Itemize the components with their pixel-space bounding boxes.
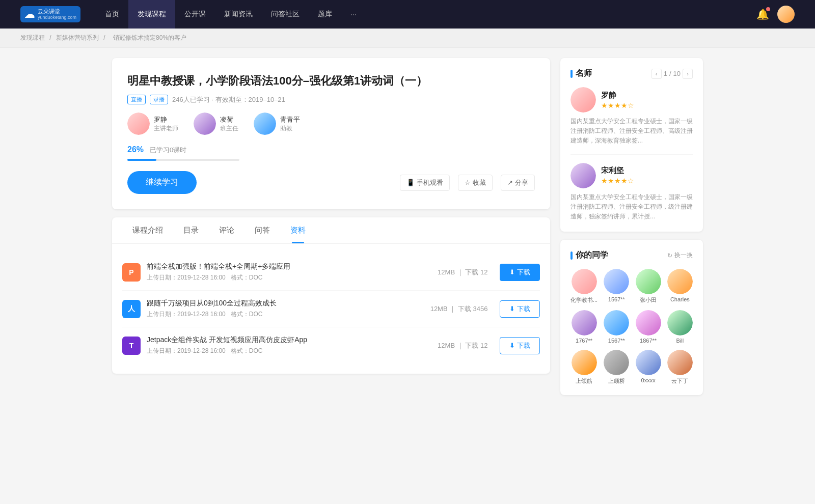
course-meta: 246人已学习 · 有效期至：2019–10–21 (172, 95, 285, 104)
nav-item-news[interactable]: 新闻资讯 (215, 0, 262, 29)
classmate-item-7[interactable]: Bill (667, 310, 693, 344)
classmate-item-0[interactable]: 化学教书... (570, 269, 597, 304)
teacher-avatar-0 (127, 113, 150, 135)
nav-item-qa[interactable]: 问答社区 (262, 0, 309, 29)
classmate-avatar-img-4 (572, 310, 597, 335)
refresh-button[interactable]: ↻ 换一换 (667, 251, 693, 260)
breadcrumb-series[interactable]: 新媒体营销系列 (56, 34, 99, 41)
continue-button[interactable]: 继续学习 (127, 171, 197, 194)
content-left: 明星中教授课，小学阶段语法100分–强化级第1讲动词（一） 直播 录播 246人… (112, 58, 550, 403)
nav-item-open[interactable]: 公开课 (175, 0, 215, 29)
teacher-avatar-img-1 (194, 113, 216, 135)
tp-avatar-1 (570, 163, 596, 188)
resource-item-2: T Jetpack全组件实战 开发短视频应用高仿皮皮虾App 上传日期：2019… (122, 327, 540, 363)
download-button-1[interactable]: ⬇ 下载 (500, 300, 540, 318)
collect-label: 收藏 (473, 178, 486, 187)
badge-live: 直播 (127, 95, 146, 104)
collect-button[interactable]: ☆ 收藏 (458, 175, 493, 191)
classmate-avatar-2 (636, 269, 661, 294)
avatar-image (777, 6, 795, 23)
resource-list: P 前端全栈加强版！前端全栈+全周期+多端应用 上传日期：2019-12-28 … (122, 254, 540, 363)
tp-name-0: 罗静 (601, 91, 634, 100)
teacher-pagination: ‹ 1 / 10 › (651, 69, 693, 79)
user-avatar[interactable] (777, 6, 795, 23)
classmate-item-8[interactable]: 上颌筋 (570, 350, 597, 385)
breadcrumb-discover[interactable]: 发现课程 (20, 34, 45, 41)
resource-item-1: 人 跟随千万级项目从0到100全过程高效成长 上传日期：2019-12-28 1… (122, 291, 540, 327)
tab-intro[interactable]: 课程介绍 (122, 217, 173, 243)
teacher-profiles: 罗静 ★★★★☆ 国内某重点大学安全工程专业硕士，国家一级注册消防工程师、注册安… (570, 87, 693, 221)
teacher-avatar-1 (194, 113, 216, 135)
progress-bar-fill (127, 159, 156, 161)
tab-qa[interactable]: 问答 (244, 217, 280, 243)
resource-title-0: 前端全栈加强版！前端全栈+全周期+多端应用 (147, 262, 438, 271)
classmate-name-1: 1567** (608, 296, 625, 302)
next-page-button[interactable]: › (683, 69, 693, 79)
tp-desc-0: 国内某重点大学安全工程专业硕士，国家一级注册消防工程师、注册安全工程师、高级注册… (570, 117, 693, 146)
classmate-avatar-img-5 (604, 310, 629, 335)
nav-item-more[interactable]: ··· (341, 0, 366, 29)
teacher-role-1: 班主任 (220, 124, 238, 133)
teacher-info-2: 青青平 助教 (280, 115, 300, 133)
classmate-avatar-img-1 (604, 269, 629, 294)
sidebar-teacher-1: 宋利坚 ★★★★☆ 国内某重点大学安全工程专业硕士，国家一级注册消防工程师、注册… (570, 163, 693, 222)
classmate-item-3[interactable]: Charles (667, 269, 693, 304)
tab-resource[interactable]: 资料 (280, 217, 316, 243)
teacher-name-1: 凌荷 (220, 115, 238, 124)
download-button-0[interactable]: ⬇ 下载 (500, 264, 540, 281)
badge-record: 录播 (150, 95, 168, 104)
action-btns: 📱 手机观看 ☆ 收藏 ↗ 分享 (400, 175, 535, 191)
share-button[interactable]: ↗ 分享 (501, 175, 535, 191)
prev-page-button[interactable]: ‹ (651, 69, 662, 79)
resource-info-0: 前端全栈加强版！前端全栈+全周期+多端应用 上传日期：2019-12-28 16… (147, 262, 438, 282)
classmate-name-8: 上颌筋 (576, 377, 592, 385)
classmate-item-2[interactable]: 张小田 (635, 269, 661, 304)
teacher-item-1: 凌荷 班主任 (194, 113, 238, 135)
resource-info-2: Jetpack全组件实战 开发短视频应用高仿皮皮虾App 上传日期：2019-1… (147, 335, 438, 355)
classmate-item-4[interactable]: 1767** (570, 310, 597, 344)
classmate-avatar-img-3 (667, 269, 693, 294)
classmate-item-9[interactable]: 上颌桥 (604, 350, 629, 385)
logo-text-block: 云朵课堂 yunduoketang.com (38, 8, 76, 20)
tp-stars-0: ★★★★☆ (601, 101, 634, 109)
classmates-title-text: 你的同学 (576, 250, 608, 261)
teacher-role-0: 主讲老师 (154, 124, 178, 133)
classmate-item-11[interactable]: 云下丁 (667, 350, 693, 385)
download-button-2[interactable]: ⬇ 下载 (500, 337, 540, 354)
breadcrumb: 发现课程 / 新媒体营销系列 / 销冠修炼术搞定80%的客户 (0, 29, 815, 48)
tab-review[interactable]: 评论 (209, 217, 244, 243)
nav-item-home[interactable]: 首页 (96, 0, 128, 29)
classmate-avatar-7 (667, 310, 693, 335)
nav-item-discover[interactable]: 发现课程 (128, 0, 175, 29)
classmate-item-1[interactable]: 1567** (604, 269, 629, 304)
nav-items: 首页 发现课程 公开课 新闻资讯 问答社区 题库 ··· (96, 0, 756, 29)
classmate-name-4: 1767** (576, 338, 592, 344)
resource-title-1: 跟随千万级项目从0到100全过程高效成长 (147, 299, 430, 308)
navbar: ☁ 云朵课堂 yunduoketang.com 首页 发现课程 公开课 新闻资讯… (0, 0, 815, 29)
classmate-avatar-1 (604, 269, 629, 294)
classmate-avatar-0 (572, 269, 597, 294)
nav-item-question[interactable]: 题库 (309, 0, 341, 29)
teacher-name-2: 青青平 (280, 115, 300, 124)
course-actions: 继续学习 📱 手机观看 ☆ 收藏 ↗ 分享 (127, 171, 535, 194)
bell-button[interactable]: 🔔 (756, 8, 769, 20)
logo-cloud-icon: ☁ (24, 8, 35, 20)
teachers-sidebar-card: 名师 ‹ 1 / 10 › 罗静 ★★★★☆ 国内某重点大学安全工程专业硕士，国… (560, 58, 703, 232)
classmate-name-5: 1567** (608, 338, 625, 344)
logo-box: ☁ 云朵课堂 yunduoketang.com (20, 6, 80, 22)
logo-area[interactable]: ☁ 云朵课堂 yunduoketang.com (20, 6, 80, 22)
mobile-view-button[interactable]: 📱 手机观看 (400, 175, 450, 191)
classmate-item-6[interactable]: 1867** (635, 310, 661, 344)
teacher-item-0: 罗静 主讲老师 (127, 113, 178, 135)
resource-icon-2: T (122, 337, 141, 355)
classmate-item-5[interactable]: 1567** (604, 310, 629, 344)
classmate-item-10[interactable]: 0xxxx (635, 350, 661, 385)
classmate-name-3: Charles (670, 296, 690, 302)
tabs-header: 课程介绍 目录 评论 问答 资料 (112, 217, 550, 244)
resource-icon-0: P (122, 263, 141, 282)
breadcrumb-current: 销冠修炼术搞定80%的客户 (113, 34, 186, 41)
teacher-name-0: 罗静 (154, 115, 178, 124)
resource-meta-0: 上传日期：2019-12-28 16:00 格式：DOC (147, 273, 438, 282)
teacher-avatar-2 (254, 113, 276, 135)
tab-catalog[interactable]: 目录 (173, 217, 209, 243)
